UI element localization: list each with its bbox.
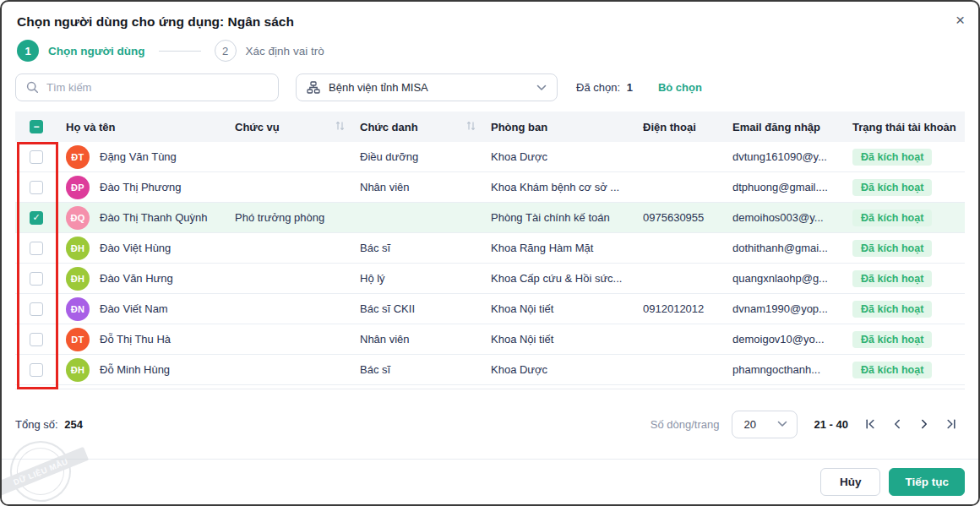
user-name: Đỗ Thị Thu Hà	[100, 333, 171, 345]
user-name: Đặng Văn Tùng	[100, 150, 177, 163]
modal-header: Chọn người dùng cho ứng dụng: Ngân sách …	[2, 2, 978, 35]
selected-count: Đã chọn: 1	[576, 81, 633, 94]
step-1-label: Chọn người dùng	[48, 45, 145, 57]
table-row[interactable]: ĐH Đỗ Minh Hùng Bác sĩ Khoa Dược phamngo…	[15, 355, 965, 385]
footer-actions: Hủy Tiếp tục	[2, 459, 978, 504]
step-2-label: Xác định vai trò	[246, 45, 324, 57]
org-unit-value: Bệnh viện tỉnh MISA	[329, 81, 528, 94]
deselect-link[interactable]: Bỏ chọn	[658, 81, 702, 94]
avatar: ĐH	[66, 237, 90, 260]
page-size-select[interactable]: 20	[732, 411, 798, 438]
user-name: Đào Việt Hùng	[100, 242, 171, 254]
cell-department: Khoa Dược	[482, 363, 634, 376]
selected-count-value: 1	[627, 81, 633, 94]
status-badge: Đã kích hoạt	[852, 331, 932, 348]
next-page-icon[interactable]	[911, 415, 938, 433]
search-input[interactable]	[46, 81, 268, 94]
row-checkbox[interactable]	[30, 272, 43, 286]
cell-phone: 0912012012	[634, 302, 724, 315]
cell-email: demoihos003@y...	[724, 211, 844, 224]
selected-count-label: Đã chọn:	[576, 81, 620, 94]
user-name: Đào Thị Thanh Quỳnh	[100, 211, 207, 224]
page-title: Chọn người dùng cho ứng dụng: Ngân sách	[17, 14, 961, 30]
sort-icon[interactable]	[466, 121, 476, 133]
sort-icon[interactable]	[335, 121, 345, 133]
avatar: ĐP	[66, 176, 90, 199]
pagination-bar: Tổng số: 254 Số dòng/trang 20 21 - 40	[15, 389, 965, 459]
row-checkbox[interactable]	[30, 363, 43, 377]
step-select-users[interactable]: 1 Chọn người dùng	[17, 40, 145, 62]
user-name: Đào Thị Phương	[100, 181, 181, 193]
previous-page-icon[interactable]	[884, 415, 911, 433]
column-header-title: Chức danh	[351, 121, 482, 133]
status-badge: Đã kích hoạt	[852, 179, 932, 196]
cell-email: dothithanh@gmai...	[724, 242, 844, 254]
column-header-position: Chức vụ	[226, 121, 351, 133]
cell-title: Điều dưỡng	[351, 150, 482, 163]
search-input-wrapper[interactable]	[15, 73, 279, 101]
cell-email: dvtung161090@y...	[724, 150, 844, 163]
cell-phone: 0975630955	[634, 211, 724, 224]
table-row[interactable]	[15, 385, 965, 389]
row-checkbox[interactable]	[30, 242, 43, 255]
table-row[interactable]: ĐH Đào Việt Hùng Bác sĩ Khoa Răng Hàm Mặ…	[15, 233, 965, 264]
status-badge: Đã kích hoạt	[852, 362, 932, 378]
rows-per-page-label: Số dòng/trang	[651, 418, 720, 431]
cell-department: Phòng Tài chính kế toán	[482, 211, 634, 224]
table-row[interactable]: ✓ ĐQ Đào Thị Thanh Quỳnh Phó trưởng phòn…	[15, 203, 965, 233]
last-page-icon[interactable]	[938, 415, 965, 433]
chevron-down-icon	[777, 421, 787, 427]
user-name: Đỗ Minh Hùng	[100, 363, 170, 376]
close-icon[interactable]: ×	[956, 12, 965, 28]
status-badge: Đã kích hoạt	[852, 240, 932, 257]
column-header-department: Phòng ban	[482, 121, 634, 133]
table-row[interactable]: ĐP Đào Thị Phương Nhân viên Khoa Khám bệ…	[15, 172, 965, 203]
first-page-icon[interactable]	[857, 415, 884, 433]
row-checkbox[interactable]	[30, 150, 43, 164]
total-value: 254	[64, 418, 83, 431]
cell-department: Khoa Nội tiết	[482, 302, 634, 315]
cell-title: Bác sĩ	[351, 363, 482, 376]
column-header-name: Họ và tên	[57, 121, 226, 133]
step-1-circle: 1	[17, 40, 39, 62]
select-users-modal: Chọn người dùng cho ứng dụng: Ngân sách …	[0, 0, 980, 506]
step-2-circle: 2	[215, 40, 237, 62]
org-structure-icon	[307, 81, 320, 94]
stepper-connector	[159, 51, 201, 52]
cell-email: demoigov10@yo...	[724, 333, 844, 345]
step-define-roles[interactable]: 2 Xác định vai trò	[215, 40, 324, 62]
avatar: ĐT	[66, 145, 90, 169]
cancel-button[interactable]: Hủy	[820, 468, 881, 496]
row-checkbox[interactable]	[30, 302, 43, 316]
avatar: ĐN	[66, 297, 90, 321]
user-name: Đào Viết Nam	[100, 302, 168, 315]
stepper: 1 Chọn người dùng 2 Xác định vai trò	[2, 35, 978, 70]
user-table-body: ĐT Đặng Văn Tùng Điều dưỡng Khoa Dược dv…	[15, 142, 965, 389]
avatar: ĐH	[66, 267, 90, 291]
org-unit-dropdown[interactable]: Bệnh viện tỉnh MISA	[296, 73, 558, 101]
row-checkbox[interactable]	[30, 181, 43, 194]
page-size-value: 20	[744, 418, 756, 431]
avatar: DT	[66, 328, 90, 351]
user-name: Đào Văn Hưng	[100, 272, 173, 285]
row-checkbox[interactable]: ✓	[30, 211, 43, 225]
user-table: − Họ và tên Chức vụ Chức danh Phòng ban …	[15, 112, 965, 389]
cell-position: Phó trưởng phòng	[226, 211, 351, 224]
select-all-checkbox[interactable]: −	[30, 120, 43, 133]
table-row[interactable]: DT Đỗ Thị Thu Hà Nhân viên Khoa Nội tiết…	[15, 324, 965, 355]
status-badge: Đã kích hoạt	[852, 270, 932, 287]
cell-department: Khoa Khám bệnh cơ sở ...	[482, 181, 634, 193]
table-row[interactable]: ĐT Đặng Văn Tùng Điều dưỡng Khoa Dược dv…	[15, 142, 965, 172]
cell-department: Khoa Dược	[482, 150, 634, 163]
row-checkbox[interactable]	[30, 333, 43, 346]
cell-title: Bác sĩ CKII	[351, 302, 482, 315]
toolbar: Bệnh viện tỉnh MISA Đã chọn: 1 Bỏ chọn	[2, 70, 978, 112]
avatar: ĐH	[66, 358, 90, 382]
column-header-status: Trạng thái tài khoản	[844, 121, 965, 133]
chevron-down-icon	[536, 84, 547, 91]
cell-title: Bác sĩ	[351, 242, 482, 254]
table-row[interactable]: ĐH Đào Văn Hưng Hộ lý Khoa Cấp cứu & Hồi…	[15, 264, 965, 294]
continue-button[interactable]: Tiếp tục	[889, 468, 965, 496]
total-label: Tổng số:	[15, 418, 58, 431]
table-row[interactable]: ĐN Đào Viết Nam Bác sĩ CKII Khoa Nội tiế…	[15, 294, 965, 324]
